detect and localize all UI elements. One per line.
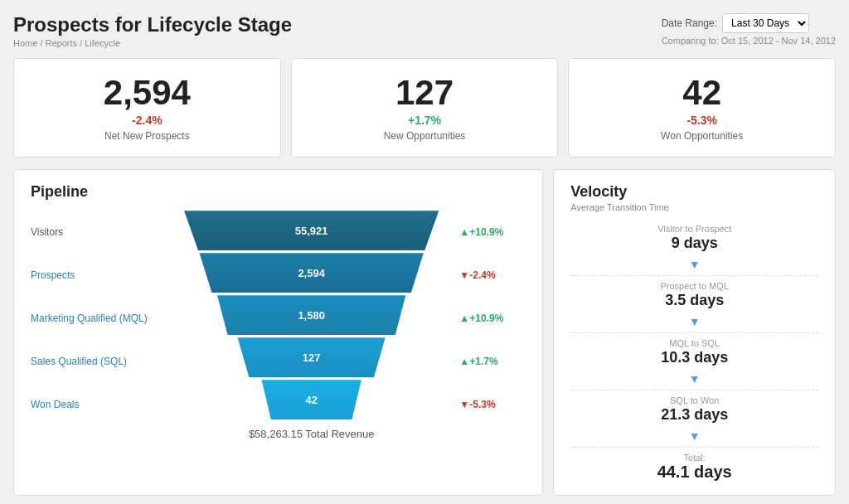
arrow-down-2: ▼ — [570, 316, 818, 327]
new-opportunities-label: New Opportunities — [308, 130, 541, 142]
funnel-label-mql[interactable]: Marketing Qualified (MQL) — [31, 297, 163, 340]
funnel-labels-right: ▲ +10.9% ▼ -2.4% ▲ +10.9% ▲ +1.7% ▼ -5.3… — [459, 211, 526, 426]
velocity-divider-3 — [570, 390, 818, 390]
funnel-bars: 55,921 2,594 1,580 127 — [170, 211, 453, 419]
velocity-mql-sql: MQL to SQL 10.3 days — [570, 338, 818, 366]
funnel-label-prospects[interactable]: Prospects — [31, 254, 163, 297]
velocity-divider-1 — [570, 275, 818, 276]
won-opportunities-number: 42 — [585, 74, 818, 112]
funnel-segment-mql: 1,580 — [206, 295, 416, 335]
summary-card-won: 42 -5.3% Won Opportunities — [568, 58, 836, 158]
funnel-label-sql[interactable]: Sales Qualified (SQL) — [31, 340, 163, 383]
funnel-link-mql[interactable]: Marketing Qualified (MQL) — [31, 313, 148, 324]
date-range-label: Date Range: — [662, 17, 717, 29]
funnel-visualization: 55,921 2,594 1,580 127 — [170, 211, 453, 440]
funnel-segment-sql: 127 — [230, 337, 394, 377]
funnel-segment-visitors: 55,921 — [170, 211, 453, 250]
arrow-down-4: ▼ — [570, 430, 818, 442]
breadcrumb: Home / Reports / Lifecycle — [13, 38, 292, 48]
breadcrumb-lifecycle: Lifecycle — [85, 38, 120, 48]
won-opportunities-label: Won Opportunities — [585, 130, 818, 142]
funnel-label-visitors: Visitors — [31, 211, 163, 254]
funnel-change-prospects: ▼ -2.4% — [459, 254, 526, 297]
funnel-label-won-deals[interactable]: Won Deals — [31, 383, 163, 426]
net-new-prospects-change: -2.4% — [31, 114, 264, 127]
pipeline-panel: Pipeline Visitors Prospects Marketing Qu… — [13, 169, 543, 496]
velocity-title: Velocity — [570, 183, 818, 201]
velocity-prospect-mql: Prospect to MQL 3.5 days — [570, 281, 818, 309]
funnel-segment-won: 42 — [252, 380, 371, 419]
velocity-divider-4 — [570, 447, 818, 448]
date-range-select[interactable]: Last 30 Days Last 7 Days Last 60 Days La… — [722, 13, 809, 33]
velocity-subtitle: Average Transition Time — [570, 202, 818, 212]
total-revenue: $58,263.15 Total Revenue — [249, 428, 375, 440]
velocity-visitor-prospect: Visitor to Prospect 9 days — [570, 224, 818, 252]
new-opportunities-number: 127 — [308, 74, 541, 112]
summary-card-prospects: 2,594 -2.4% Net New Prospects — [13, 58, 281, 158]
velocity-panel: Velocity Average Transition Time Visitor… — [553, 169, 836, 496]
velocity-sql-won: SQL to Won 21.3 days — [570, 395, 818, 424]
velocity-total-label: Total: — [570, 453, 818, 463]
funnel-link-prospects[interactable]: Prospects — [31, 269, 75, 281]
arrow-down-1: ▼ — [570, 259, 818, 270]
funnel-change-sql: ▲ +1.7% — [459, 340, 526, 383]
breadcrumb-reports[interactable]: Reports — [46, 38, 78, 48]
summary-card-opportunities: 127 +1.7% New Opportunities — [291, 58, 559, 158]
funnel-segment-prospects: 2,594 — [187, 253, 435, 293]
won-opportunities-change: -5.3% — [585, 114, 818, 127]
funnel-change-visitors: ▲ +10.9% — [459, 211, 526, 254]
breadcrumb-home[interactable]: Home — [13, 38, 37, 48]
funnel-change-mql: ▲ +10.9% — [459, 297, 526, 340]
pipeline-title: Pipeline — [31, 183, 526, 201]
page-title: Prospects for Lifecycle Stage — [13, 13, 292, 36]
arrow-down-3: ▼ — [570, 373, 818, 385]
net-new-prospects-number: 2,594 — [31, 74, 264, 112]
funnel-link-sql[interactable]: Sales Qualified (SQL) — [31, 356, 127, 367]
comparing-text: Comparing to: Oct 15, 2012 - Nov 14, 201… — [662, 36, 836, 46]
net-new-prospects-label: Net New Prospects — [31, 130, 264, 142]
velocity-divider-2 — [570, 332, 818, 333]
funnel-change-won: ▼ -5.3% — [459, 383, 526, 426]
new-opportunities-change: +1.7% — [308, 114, 541, 127]
summary-cards: 2,594 -2.4% Net New Prospects 127 +1.7% … — [13, 58, 836, 158]
funnel-labels-left: Visitors Prospects Marketing Qualified (… — [31, 211, 163, 426]
velocity-total-value: 44.1 days — [570, 463, 818, 482]
funnel-link-won-deals[interactable]: Won Deals — [31, 399, 79, 410]
